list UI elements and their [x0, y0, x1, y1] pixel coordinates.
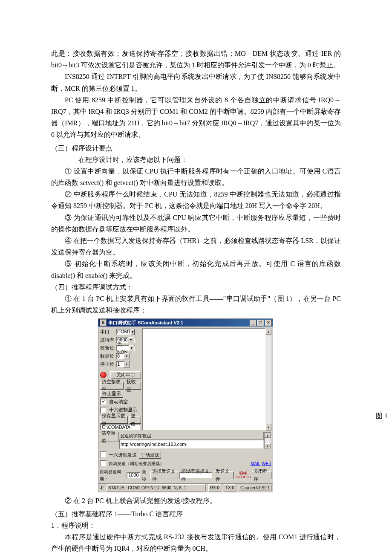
ms-label: 毫秒 [142, 468, 149, 483]
paragraph: PC 使用 8259 中断控制器，它可以管理来自外设的 8 个各自独立的中断请求… [51, 94, 341, 141]
databits-label: 数据位 [100, 352, 115, 360]
maximize-button[interactable]: □ [257, 320, 264, 326]
port-label: 串口 [100, 328, 115, 336]
hex-send-checkbox[interactable] [100, 451, 107, 458]
choose-file-button[interactable]: 选择发送文件 [150, 471, 178, 479]
tx-counter: TX:0 [224, 484, 236, 491]
stopbits-label: 停止位 [100, 360, 115, 368]
figure-label: 图 1 [376, 410, 388, 422]
port-select[interactable]: COM1▼ [116, 329, 135, 335]
parity-select[interactable]: 无NON▼ [116, 345, 135, 352]
hex-send-label: 十六进制发送 [109, 451, 137, 459]
scrollbar[interactable]: ▴ ▾ [265, 328, 271, 431]
stop-display-button[interactable]: 停止显示 [100, 390, 123, 398]
databits-select[interactable]: 8▼ [116, 353, 131, 360]
status-text: STATUS : COM1 OPENED, 9600, N, 8, 1 [107, 484, 206, 491]
minimize-button[interactable]: _ [250, 320, 257, 326]
paragraph: INS8250 通过 INTRPT 引脚的高电平向系统发出中断请求，为了使 IN… [51, 71, 341, 94]
auto-send-checkbox[interactable] [100, 460, 107, 467]
list-item: ① 在 1 台 PC 机上安装具有如下界面的软件工具——"串口调试助手"（图 1… [51, 293, 341, 316]
titlebar[interactable]: S 串口调试助手 SComAssistant V2.1 _ □ × [98, 319, 273, 327]
auto-period-input[interactable]: 1000 [127, 472, 140, 479]
window-title: 串口调试助手 SComAssistant V2.1 [108, 319, 183, 327]
app-icon: S [100, 319, 107, 326]
scroll-up-icon[interactable]: ▴ [265, 433, 271, 438]
send-input[interactable]: http://roaringwind.best.163.com- [119, 439, 264, 449]
section-heading-4: （四）推荐程序调试方式： [51, 281, 341, 293]
list-item: ② 中断服务程序什么时候结束，CPU 无法知道，8259 中断控制器也无法知道，… [51, 188, 341, 211]
status-bar: -E STATUS : COM1 OPENED, 9600, N, 8, 1 R… [98, 483, 273, 492]
recv-area-button[interactable]: 接收区 [125, 382, 141, 390]
port-status-indicator [100, 372, 107, 378]
scroll-down-icon[interactable]: ▾ [265, 443, 271, 448]
list-item: ④ 在把一个数据写入发送保持寄存器（THR）之前，必须检查线路状态寄存器 LSR… [51, 235, 341, 258]
serial-assistant-window: S 串口调试助手 SComAssistant V2.1 _ □ × 串口 COM… [98, 318, 273, 492]
scroll-down-icon[interactable]: ▾ [265, 424, 271, 431]
paragraph: 此是：接收数据有效；发送保持寄存器空；接收数据出错；MO－DEM 状态改变。通过… [51, 48, 341, 71]
auto-clear-label: 自动清空 [109, 398, 128, 406]
baud-label: 波特率 [100, 336, 115, 344]
paragraph: 本程序是通过硬件中断方式完成 RS-232 接收与发送串行通信的。使用 COM1… [51, 531, 341, 554]
auto-clear-checkbox[interactable]: ✔ [100, 399, 107, 405]
change-path-button[interactable]: 更改 [129, 416, 141, 424]
section-heading-5: （五）推荐基础程序 1——Turbo C 语言程序 [51, 508, 341, 520]
list-item: ③ 为保证通讯的可靠性以及不耽误 CPU 响应其它中断，中断服务程序应尽量短，一… [51, 212, 341, 235]
mail-link[interactable]: MAIL [251, 460, 260, 467]
chevron-down-icon[interactable]: ▼ [124, 353, 130, 359]
settings-panel: 串口 COM1▼ 波特率 9600▼ 校验位 无NON▼ 数据位 8▼ [98, 327, 142, 432]
receive-textarea[interactable] [142, 328, 271, 431]
clear-send-button[interactable]: 清空重填 [100, 432, 118, 442]
scroll-up-icon[interactable]: ▴ [265, 328, 271, 335]
parity-label: 校验位 [100, 344, 115, 352]
list-item: ⑤ 初始化中断系统时，应该关闭中断，初始化完成后再开放。可使用 C 语言的库函数… [51, 258, 341, 281]
send-file-button[interactable]: 发送文件 [214, 471, 233, 479]
send-hint-label: 发送的字符/数据 [119, 432, 264, 439]
stopbits-select[interactable]: 1▼ [116, 361, 131, 368]
auto-send-label: 自动发送（周期改变后重选） [109, 460, 164, 467]
rx-counter: RX:0 [208, 484, 221, 491]
chevron-down-icon[interactable]: ▼ [131, 329, 135, 335]
status-icon: -E [100, 484, 104, 491]
web-link[interactable]: WEB [262, 460, 271, 467]
figure-1: 图 1 S 串口调试助手 SComAssistant V2.1 _ □ × 串口… [98, 318, 341, 492]
section-heading-3: （三）程序设计要点 [51, 142, 341, 154]
chevron-down-icon[interactable]: ▼ [124, 361, 130, 367]
manual-send-button[interactable]: 手动发送 [139, 451, 161, 459]
auto-period-label: 自动发送周期： [100, 468, 125, 483]
clear-recv-button[interactable]: 清空接收区 [100, 382, 124, 390]
paragraph: 在程序设计时，应该考虑以下问题： [51, 154, 341, 165]
chevron-down-icon[interactable]: ▼ [129, 345, 134, 351]
close-window-button[interactable]: × [265, 320, 272, 326]
document-page: 此是：接收数据有效；发送保持寄存器空；接收数据出错；MO－DEM 状态改变。通过… [0, 0, 392, 555]
counter-reset-button[interactable]: CounterRESET [239, 485, 271, 491]
save-display-button[interactable]: 保存显示数据 [100, 416, 128, 424]
file-path-field: 还没有选择文件 [179, 472, 213, 479]
close-program-button[interactable]: 关闭程序 [252, 471, 271, 479]
studio-logo: 啸峰STUDIO [236, 471, 251, 479]
list-item: ② 在 2 台 PC 机上联合调试完整的发送/接收程序。 [51, 495, 341, 506]
list-item: ① 设置中断向量，以保证 CPU 执行中断服务程序时有一个正确的入口地址。可使用… [51, 165, 341, 188]
paragraph: 1．程序说明： [51, 520, 341, 531]
